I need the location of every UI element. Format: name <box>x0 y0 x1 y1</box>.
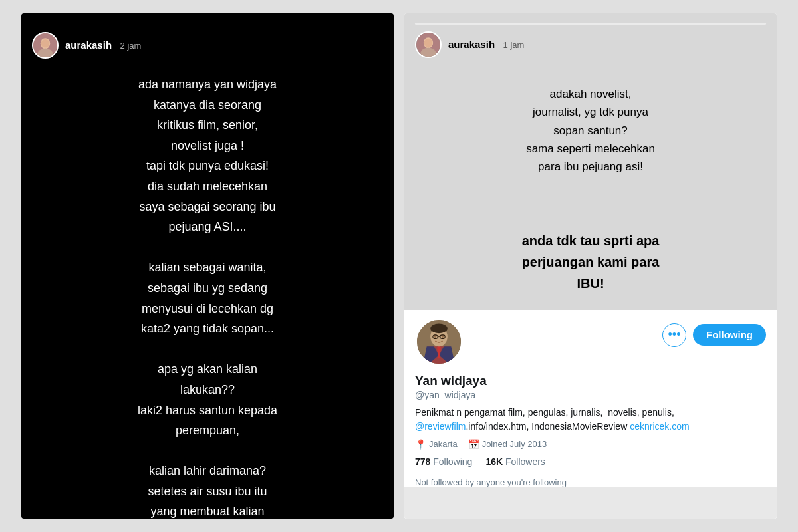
profile-stats: 778 Following 16K Followers <box>415 456 766 467</box>
calendar-icon: 📅 <box>468 439 479 450</box>
following-button[interactable]: Following <box>693 324 766 346</box>
svg-point-3 <box>41 39 50 48</box>
story-time <box>115 41 118 51</box>
svg-point-14 <box>430 323 448 333</box>
following-stat: 778 Following <box>415 456 472 467</box>
more-options-button[interactable]: ••• <box>662 323 686 347</box>
svg-point-7 <box>424 39 433 47</box>
right-avatar <box>415 31 442 58</box>
right-story-header: aurakasih 1 jam <box>415 31 766 58</box>
profile-section: ••• Following Yan widjaya @yan_widjaya P… <box>404 310 777 519</box>
story-text: ada namanya yan widjaya katanya dia seor… <box>138 74 277 519</box>
profile-avatar <box>415 318 463 366</box>
right-story-bold-text: anda tdk tau sprti apa perjuangan kami p… <box>522 233 660 291</box>
right-story-time-value <box>498 40 501 50</box>
bio-link-ceknricek[interactable]: ceknricek.com <box>630 421 689 432</box>
story-user-info: aurakasih 2 jam <box>65 39 141 51</box>
location-item: 📍 Jakarta <box>415 439 458 450</box>
profile-bio: Penikmat n pengamat film, pengulas, jurn… <box>415 406 766 434</box>
right-story-section: aurakasih 1 jam adakah novelist, journal… <box>404 13 777 310</box>
location-icon: 📍 <box>415 439 426 450</box>
bio-link-review[interactable]: @reviewfilm <box>415 421 466 432</box>
followers-label: Followers <box>505 456 545 467</box>
followers-count: 16K <box>485 456 503 467</box>
profile-handle: @yan_widjaya <box>415 390 766 400</box>
story-content: ada namanya yan widjaya katanya dia seor… <box>32 74 383 519</box>
profile-location: Jakarta <box>429 439 458 449</box>
followers-stat: 16K Followers <box>485 456 545 467</box>
right-story-progress <box>415 23 766 25</box>
right-story-time: 1 jam <box>503 40 525 50</box>
profile-meta: 📍 Jakarta 📅 Joined July 2013 <box>415 439 766 450</box>
joined-item: 📅 Joined July 2013 <box>468 439 547 450</box>
story-time-value: 2 jam <box>120 41 142 51</box>
right-panel: aurakasih 1 jam adakah novelist, journal… <box>404 13 777 519</box>
following-label: Following <box>433 456 472 467</box>
right-story-user-info: aurakasih 1 jam <box>448 39 524 51</box>
left-story-panel: aurakasih 2 jam ada namanya yan widjaya … <box>21 13 394 519</box>
story-username: aurakasih <box>65 39 112 51</box>
right-story-username: aurakasih <box>448 39 495 50</box>
avatar <box>32 32 59 59</box>
bottom-grey-area <box>404 487 777 519</box>
profile-joined: Joined July 2013 <box>482 439 547 449</box>
profile-name: Yan widjaya <box>415 374 766 388</box>
story-header: aurakasih 2 jam <box>32 32 383 59</box>
profile-actions: ••• Following <box>662 323 766 347</box>
following-count: 778 <box>415 456 430 467</box>
right-story-normal-text: adakah novelist, journalist, yg tdk puny… <box>526 88 655 173</box>
profile-header-area: ••• Following <box>404 310 777 366</box>
right-story-text-area: adakah novelist, journalist, yg tdk puny… <box>415 67 766 301</box>
not-followed-text: Not followed by anyone you're following <box>404 477 777 487</box>
profile-info: Yan widjaya @yan_widjaya Penikmat n peng… <box>404 366 777 473</box>
